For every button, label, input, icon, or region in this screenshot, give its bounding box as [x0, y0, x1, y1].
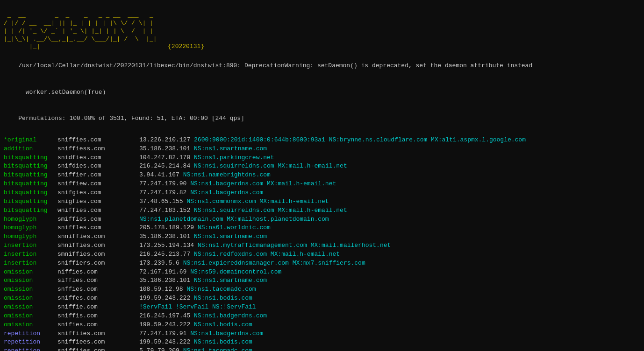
info-cell: 199.59.243.222 NS:ns1.bodis.com — [139, 338, 640, 347]
type-cell: omission — [4, 312, 57, 321]
table-row: bitsquattingsniffiew.com77.247.179.90 NS… — [4, 180, 640, 189]
table-row: homoglyphsmiffies.comNS:ns1.planetdomain… — [4, 215, 640, 224]
type-cell: omission — [4, 321, 57, 330]
domain-cell: niffies.com — [57, 268, 139, 277]
info-cell: 35.186.238.101 NS:ns1.smartname.com — [139, 145, 640, 154]
type-cell: bitsquatting — [4, 206, 57, 215]
info-cell: !ServFail !ServFail NS:!ServFail — [139, 303, 640, 312]
domain-cell: sniffiew.com — [57, 180, 139, 189]
type-cell: repetition — [4, 330, 57, 338]
info-cell: 77.247.179.91 NS:ns1.badgerdns.com — [139, 330, 640, 338]
type-cell: homoglyph — [4, 232, 57, 241]
info-cell: 173.255.194.134 NS:ns1.mytrafficmanageme… — [139, 241, 640, 250]
domain-cell: sniffiees.com — [57, 338, 139, 347]
type-cell: addition — [4, 145, 57, 154]
info-cell: 216.245.214.84 NS:ns1.squirreldns.com MX… — [139, 162, 640, 171]
table-row: repetitionsniffiies.com77.247.179.91 NS:… — [4, 330, 640, 338]
table-row: bitsquattingsnidfies.com104.247.82.170 N… — [4, 154, 640, 162]
type-cell: bitsquatting — [4, 154, 57, 162]
info-cell: NS:ns1.planetdomain.com MX:mailhost.plan… — [139, 215, 640, 224]
type-cell: bitsquatting — [4, 180, 57, 189]
domain-cell: sniffiess.com — [57, 145, 139, 154]
info-cell: 77.247.183.152 NS:ns1.squirreldns.com MX… — [139, 206, 640, 215]
type-cell: omission — [4, 276, 57, 285]
type-cell: omission — [4, 303, 57, 312]
domain-cell: sniffiers.com — [57, 259, 139, 268]
type-cell: insertion — [4, 241, 57, 250]
info-cell: 173.239.5.6 NS:ns1.expiereddnsmanager.co… — [139, 259, 640, 268]
info-cell: 35.186.238.101 NS:ns1.smartname.com — [139, 276, 640, 285]
domain-cell: wniffies.com — [57, 206, 139, 215]
table-row: repetitionsniffiees.com199.59.243.222 NS… — [4, 338, 640, 347]
table-row: homoglyphsnniffies.com35.186.238.101 NS:… — [4, 232, 640, 241]
table-row: homoglyphsniffles.com205.178.189.129 NS:… — [4, 224, 640, 232]
table-row: insertionsniffiers.com173.239.5.6 NS:ns1… — [4, 259, 640, 268]
table-row: bitsquattingwniffies.com77.247.183.152 N… — [4, 206, 640, 215]
type-cell: bitsquatting — [4, 189, 57, 197]
info-cell: 216.245.213.77 NS:ns1.redfoxdns.com MX:m… — [139, 250, 640, 259]
table-row: omissionsniffie.com!ServFail !ServFail N… — [4, 303, 640, 312]
info-cell: 199.59.243.222 NS:ns1.bodis.com — [139, 321, 640, 330]
domain-cell: snifgies.com — [57, 189, 139, 197]
table-row: omissionniffies.com72.167.191.69 NS:ns59… — [4, 268, 640, 277]
type-cell: bitsquatting — [4, 197, 57, 206]
domain-cell: siffies.com — [57, 276, 139, 285]
table-row: additionsniffiess.com35.186.238.101 NS:n… — [4, 145, 640, 154]
table-row: omissionsiffies.com35.186.238.101 NS:ns1… — [4, 276, 640, 285]
domain-cell: snniffies.com — [57, 232, 139, 241]
worker-line: worker.setDaemon(True) — [4, 79, 640, 106]
domain-cell: smniffies.com — [57, 250, 139, 259]
type-cell: homoglyph — [4, 224, 57, 232]
type-cell: omission — [4, 294, 57, 303]
domain-cell: sniffier.com — [57, 171, 139, 180]
table-row: omissionsniffes.com199.59.243.222 NS:ns1… — [4, 294, 640, 303]
domain-cell: smiffies.com — [57, 215, 139, 224]
info-cell: 72.167.191.69 NS:ns59.domaincontrol.com — [139, 268, 640, 277]
domain-cell: sniffies.com — [57, 136, 139, 145]
type-cell: *original — [4, 136, 57, 145]
type-cell: omission — [4, 285, 57, 294]
domain-cell: snidfies.com — [57, 154, 139, 162]
domain-cell: snifdies.com — [57, 162, 139, 171]
results-table: *originalsniffies.com13.226.210.127 2600… — [4, 136, 640, 351]
info-cell: 205.178.189.129 NS:ns61.worldnic.com — [139, 224, 640, 232]
type-cell: bitsquatting — [4, 171, 57, 180]
info-cell: 37.48.65.155 NS:ns1.commonmx.com MX:mail… — [139, 197, 640, 206]
info-cell: 5.79.79.209 NS:ns1.tacomadc.com — [139, 347, 640, 351]
version-tag: {20220131} — [168, 43, 204, 50]
table-row: insertionsmniffies.com216.245.213.77 NS:… — [4, 250, 640, 259]
domain-cell: sniffis.com — [57, 312, 139, 321]
table-row: omissionsniffis.com216.245.197.45 NS:ns1… — [4, 312, 640, 321]
info-cell: 35.186.238.101 NS:ns1.smartname.com — [139, 232, 640, 241]
domain-cell: sniffiies.com — [57, 347, 139, 351]
type-cell: insertion — [4, 250, 57, 259]
domain-cell: sniffie.com — [57, 303, 139, 312]
domain-cell: snigfies.com — [57, 197, 139, 206]
domain-cell: shniffies.com — [57, 241, 139, 250]
domain-cell: snifies.com — [57, 321, 139, 330]
ascii-art-header: _ __ _ _ _ _ _ __ ___ _ / |/ / __ __| ||… — [4, 4, 640, 51]
info-cell: 77.247.179.82 NS:ns1.badgerdns.com — [139, 189, 640, 197]
table-row: bitsquattingsnigfies.com37.48.65.155 NS:… — [4, 197, 640, 206]
domain-cell: sniffles.com — [57, 224, 139, 232]
info-cell: 77.247.179.90 NS:ns1.badgerdns.com MX:ma… — [139, 180, 640, 189]
table-row: bitsquattingsnifdies.com216.245.214.84 N… — [4, 162, 640, 171]
info-cell: 3.94.41.167 NS:ns1.namebrightdns.com — [139, 171, 640, 180]
table-row: bitsquattingsnifgies.com77.247.179.82 NS… — [4, 189, 640, 197]
table-row: repetitionsniffiies.com5.79.79.209 NS:ns… — [4, 347, 640, 351]
type-cell: repetition — [4, 338, 57, 347]
deprecation-warning: /usr/local/Cellar/dnstwist/20220131/libe… — [4, 53, 640, 79]
type-cell: repetition — [4, 347, 57, 351]
type-cell: bitsquatting — [4, 162, 57, 171]
info-cell: 199.59.243.222 NS:ns1.bodis.com — [139, 294, 640, 303]
info-cell: 216.245.197.45 NS:ns1.badgerdns.com — [139, 312, 640, 321]
permutations-line: Permutations: 100.00% of 3531, Found: 51… — [4, 105, 640, 132]
table-row: insertionshniffies.com173.255.194.134 NS… — [4, 241, 640, 250]
type-cell: homoglyph — [4, 215, 57, 224]
table-row: omissionsnifies.com199.59.243.222 NS:ns1… — [4, 321, 640, 330]
table-row: bitsquattingsniffier.com3.94.41.167 NS:n… — [4, 171, 640, 180]
info-cell: 13.226.210.127 2600:9000:201d:1400:0:644… — [139, 136, 640, 145]
table-row: *originalsniffies.com13.226.210.127 2600… — [4, 136, 640, 145]
domain-cell: snffies.com — [57, 285, 139, 294]
domain-cell: sniffes.com — [57, 294, 139, 303]
